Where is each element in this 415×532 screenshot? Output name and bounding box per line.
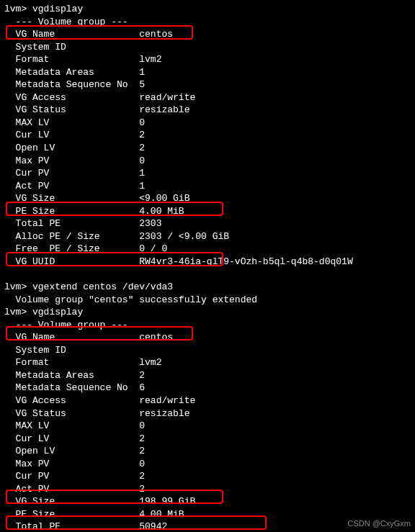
field-cur-pv: Cur PV 1 (4, 167, 411, 180)
field-act-pv: Act PV 1 (4, 180, 411, 193)
field-vg-status: VG Status resizable (4, 104, 411, 117)
field-format: Format lvm2 (4, 53, 411, 66)
field-format: Format lvm2 (4, 356, 411, 369)
section-header: --- Volume group --- (4, 16, 411, 29)
field-free-pe: Free PE / Size 0 / 0 (4, 243, 411, 256)
field-metadata-seq: Metadata Sequence No 6 (4, 382, 411, 395)
field-vg-access: VG Access read/write (4, 395, 411, 407)
field-act-pv: Act PV 2 (4, 483, 411, 496)
field-vg-uuid: VG UUID RW4vr3-46ia-qlT9-vOzh-b5ql-q4b8-… (4, 256, 411, 269)
field-max-pv: Max PV 0 (4, 155, 411, 168)
field-metadata-areas: Metadata Areas 2 (4, 369, 411, 382)
field-pe-size: PE Size 4.00 MiB (4, 205, 411, 218)
field-cur-lv: Cur LV 2 (4, 129, 411, 142)
watermark-text: CSDN @CxyGxm (347, 518, 411, 529)
section-header: --- Volume group --- (4, 319, 411, 332)
field-vg-access: VG Access read/write (4, 91, 411, 104)
prompt-line[interactable]: lvm> vgdisplay (4, 306, 411, 319)
field-max-lv: MAX LV 0 (4, 420, 411, 433)
field-vg-name: VG Name centos (4, 331, 411, 344)
field-total-pe: Total PE 2303 (4, 217, 411, 230)
field-alloc-pe: Alloc PE / Size 2303 / <9.00 GiB (4, 230, 411, 243)
field-system-id: System ID (4, 344, 411, 357)
field-open-lv: Open LV 2 (4, 445, 411, 458)
field-vg-size: VG Size <9.00 GiB (4, 192, 411, 205)
field-metadata-seq: Metadata Sequence No 5 (4, 78, 411, 91)
field-open-lv: Open LV 2 (4, 142, 411, 155)
field-vg-status: VG Status resizable (4, 407, 411, 420)
field-cur-pv: Cur PV 2 (4, 470, 411, 483)
field-cur-lv: Cur LV 2 (4, 433, 411, 446)
field-system-id: System ID (4, 41, 411, 54)
field-vg-size: VG Size 198.99 GiB (4, 495, 411, 508)
field-vg-name: VG Name centos (4, 28, 411, 41)
prompt-line[interactable]: lvm> vgextend centos /dev/vda3 (4, 281, 411, 294)
blank-line (4, 268, 411, 281)
field-metadata-areas: Metadata Areas 1 (4, 66, 411, 79)
prompt-line[interactable]: lvm> vgdisplay (4, 3, 411, 16)
field-max-lv: MAX LV 0 (4, 117, 411, 130)
field-max-pv: Max PV 0 (4, 458, 411, 471)
extend-result: Volume group "centos" successfully exten… (4, 294, 411, 307)
